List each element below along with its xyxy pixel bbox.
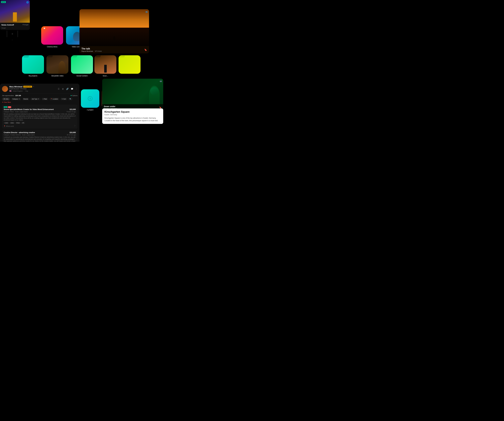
mod-location: United Kingdom	[13, 90, 23, 92]
filter-row: All Jobs Category ▼ Brands Job Type ▼ $ …	[2, 98, 78, 103]
hot-badge: Hot	[8, 106, 11, 108]
folder-label-sound: Soun...	[103, 75, 108, 77]
info-panel: Kirschgarten Square Kastel, Germany Kirs…	[102, 108, 163, 124]
clear-x-icon: ✕	[2, 101, 3, 103]
folder-new-project[interactable]: ℹ n project	[81, 89, 99, 111]
filter-sort[interactable]: ⇅ Sort	[60, 98, 67, 100]
mod-name: Mary Winstead	[9, 86, 22, 88]
mod-status-badge: In Moderation	[23, 86, 32, 88]
flag-icon: 🇬🇧	[9, 90, 12, 92]
folder-sound[interactable]: Soun...	[94, 55, 116, 77]
job-card-2: Creative Director - advertising creative…	[2, 130, 78, 142]
job-desc-1: We are seeking a talented individual to …	[4, 113, 76, 121]
video-title-main: The talk	[81, 47, 102, 50]
video-card-main[interactable]: 📹 The talk Rayna Workman VFX Artist 🔖	[79, 9, 149, 53]
list-icon[interactable]: ☰	[57, 87, 60, 91]
filter-job-type[interactable]: Job Type ▼	[30, 98, 41, 100]
info-text: Kirschgarten Square is one of the top at…	[104, 117, 161, 122]
job-tags-1: Audio Video Photo VR	[4, 122, 76, 124]
tag-video: Video	[10, 122, 15, 124]
job-price-1: $15,000	[70, 108, 76, 111]
info-title: Kirschgarten Square	[104, 111, 161, 113]
job-category-2: Category: Creative Director	[4, 134, 21, 136]
mod-lang: Eng	[25, 90, 28, 92]
trash-icon[interactable]: 🗑	[61, 87, 64, 91]
more-options-icon[interactable]: ⋮	[75, 88, 78, 90]
add-folder-button[interactable]: +	[7, 28, 18, 40]
bookmark-icon2[interactable]: 🔖	[159, 106, 162, 109]
tag-photo: Photo	[15, 122, 21, 124]
filter-category[interactable]: Category ▼	[11, 98, 21, 100]
job-title-2: Creative Director - advertising creative	[4, 132, 35, 134]
options-button[interactable]: Options	[71, 95, 78, 96]
edtm-badge: EDTM	[1, 1, 6, 3]
info-subtitle: Kastel, Germany	[104, 114, 161, 116]
folder-label-projects: My projects	[29, 75, 37, 77]
folder-cinema-intros[interactable]: Cinema intros	[41, 26, 63, 48]
filter-rate[interactable]: $ Rate	[42, 98, 48, 100]
link-icon[interactable]: 🔗	[66, 87, 69, 91]
mod-subtitle: Expert Account • VFX Artist	[9, 88, 56, 90]
search-button[interactable]: 🔍	[68, 98, 73, 100]
moderation-panel: Mary Winstead In Moderation ✎ Expert Acc…	[0, 84, 79, 142]
plus-icon: +	[11, 32, 13, 35]
artist-name: Nolan Aminoff	[1, 24, 14, 26]
job-desc-2: Looking for an innovative and visionary …	[4, 136, 76, 142]
folder-label-social: Social Content	[76, 75, 87, 77]
clear-filters-button[interactable]: ✕ Clear filters	[2, 101, 11, 103]
job-scale-1: Scale: Large project	[15, 111, 28, 112]
folder-yellow[interactable]	[119, 55, 140, 75]
heart-button-1[interactable]: ♡	[74, 125, 76, 127]
video-camera-icon: 📹	[145, 11, 148, 13]
folder-social-content[interactable]: Social Content	[71, 55, 93, 77]
job-time-2: 3h 10 min ago	[67, 134, 76, 136]
filter-brands[interactable]: Brands	[22, 98, 30, 100]
edit-icon[interactable]: ✎	[33, 86, 34, 88]
video-title-secondary: Down under	[104, 105, 117, 108]
artist-card: EDTM 🌐 Nolan Aminoff Portugal Singer	[0, 0, 30, 30]
artist-location: Portugal	[23, 24, 28, 25]
globe-icon[interactable]: 🌐	[26, 1, 29, 3]
opp-label: Job opportunities: 220 189	[2, 95, 21, 96]
tag-vr: VR	[21, 122, 25, 124]
video-camera-icon2: 📹	[160, 80, 162, 82]
job-title-1: Sound Specialist/Music Creator for Video…	[4, 108, 54, 111]
folder-storyteller[interactable]: Storyteller video	[46, 55, 68, 77]
folder-my-projects[interactable]: My projects	[22, 55, 44, 77]
new-badge: New	[4, 106, 7, 108]
filter-location[interactable]: 📍 Location	[49, 98, 60, 100]
video-card-secondary[interactable]: 📹 Down under Director VFX Artist 🔖	[102, 79, 163, 111]
job-scale-2: Scale: Large project	[22, 134, 35, 136]
folder-label-new-project: n project	[87, 109, 93, 111]
bookmark-icon[interactable]: 🔖	[144, 48, 147, 51]
video-author: Rayna Workman	[81, 50, 93, 52]
folder-label-storyteller: Storyteller video	[51, 75, 63, 77]
filter-all-jobs[interactable]: All Jobs	[2, 98, 10, 100]
job-time-1: Posted 1h ago	[67, 111, 76, 112]
job-category-1: Category: Music	[4, 111, 14, 112]
tag-audio: Audio	[4, 122, 9, 124]
location-icon-1: 📍	[4, 125, 5, 127]
video-role: VFX Artist	[95, 50, 102, 52]
job-price-2: $10,000	[70, 132, 76, 134]
job-card-1: New Hot Sound Specialist/Music Creator f…	[2, 105, 78, 129]
chat-icon[interactable]: 💬	[70, 87, 74, 91]
status-dot	[71, 95, 72, 96]
job-location-1: 📍 Whole world	[4, 125, 14, 127]
folder-label-cinema: Cinema intros	[47, 46, 57, 48]
mod-avatar	[2, 86, 8, 92]
